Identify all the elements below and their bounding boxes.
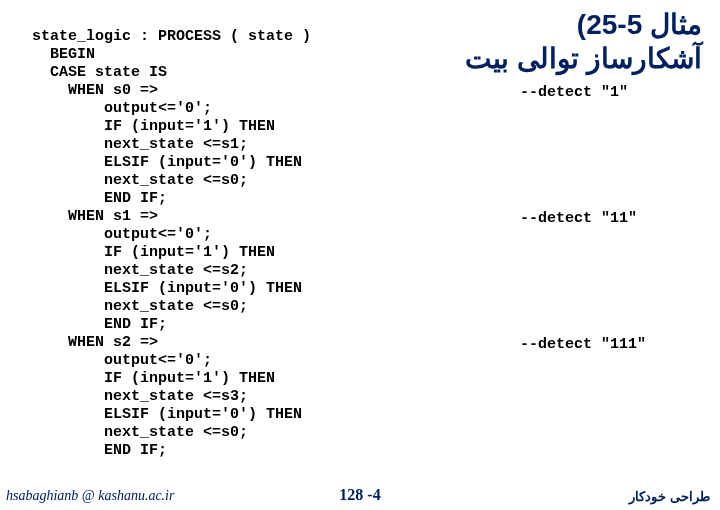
comment-detect-11: --detect "11" <box>520 210 637 227</box>
comment-detect-111: --detect "111" <box>520 336 646 353</box>
title-line1: مثال 5-25) <box>465 8 702 42</box>
slide-title: مثال 5-25) آشکارساز توالی بیت <box>465 8 702 76</box>
code-block: state_logic : PROCESS ( state ) BEGIN CA… <box>32 28 311 460</box>
footer-page: 128 -4 <box>0 486 720 504</box>
title-line2: آشکارساز توالی بیت <box>465 42 702 76</box>
comment-detect-1: --detect "1" <box>520 84 628 101</box>
footer-caption: طراحی خودکار <box>629 489 710 504</box>
